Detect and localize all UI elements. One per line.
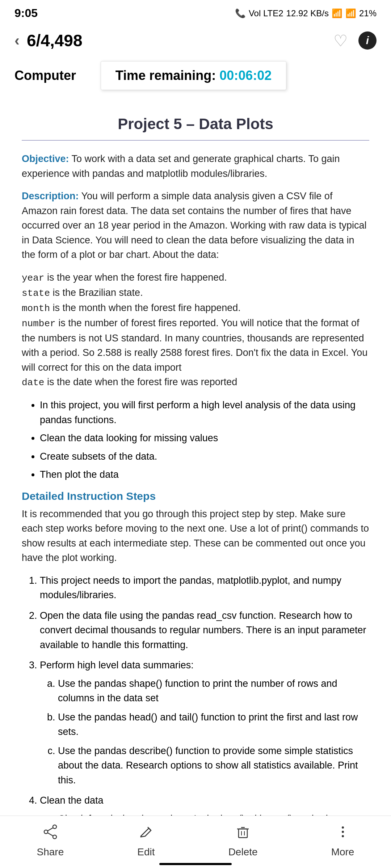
call-icon: 📞: [235, 8, 246, 18]
battery-text: 21%: [359, 8, 377, 18]
field-number: number is the number of forest fires rep…: [22, 316, 369, 375]
step-3c: Use the pandas describe() function to pr…: [58, 744, 369, 788]
field-year: year is the year when the forest fire ha…: [22, 270, 369, 285]
status-bar: 9:05 📞 Vol LTE2 12.92 KB/s 📶 📶 21%: [0, 0, 391, 24]
svg-line-4: [48, 833, 53, 836]
timer-label: Time remaining:: [115, 68, 216, 83]
speed-text: 12.92 KB/s: [286, 8, 329, 18]
delete-label: Delete: [228, 846, 258, 858]
objective-section: Objective: To work with a data set and g…: [22, 152, 369, 181]
status-icons: 📞 Vol LTE2 12.92 KB/s 📶 📶 21%: [235, 8, 377, 18]
field-number-name: number: [22, 318, 56, 329]
svg-point-10: [342, 826, 344, 829]
nav-left: ‹ 6/4,498: [14, 31, 82, 50]
svg-line-3: [48, 828, 53, 831]
svg-rect-6: [239, 829, 247, 838]
signal-text: Vol LTE2: [249, 8, 283, 18]
step-3-subs: Use the pandas shape() function to print…: [58, 676, 369, 788]
page-counter: 6/4,498: [27, 31, 82, 50]
svg-point-1: [44, 830, 48, 834]
wifi-icon: 📶: [332, 8, 342, 18]
share-icon: [42, 824, 58, 843]
info-button[interactable]: i: [358, 31, 377, 50]
description-label: Description:: [22, 191, 79, 201]
share-label: Share: [37, 846, 64, 858]
signal-bars-1: 📶: [345, 8, 356, 18]
step-3a: Use the pandas shape() function to print…: [58, 676, 369, 706]
home-indicator: [159, 863, 232, 865]
field-state: state is the Brazilian state.: [22, 285, 369, 301]
step-2: Open the data file using the pandas read…: [40, 608, 369, 652]
top-nav: ‹ 6/4,498 ♡ i: [0, 24, 391, 58]
svg-point-11: [342, 831, 344, 833]
main-content: Project 5 – Data Plots Objective: To wor…: [0, 97, 391, 868]
nav-right: ♡ i: [333, 31, 377, 50]
more-icon: [335, 824, 351, 843]
svg-point-2: [53, 835, 56, 839]
field-state-name: state: [22, 288, 50, 299]
step-3: Perform high level data summaries: Use t…: [40, 658, 369, 787]
detailed-intro: It is recommended that you go through th…: [22, 507, 369, 565]
status-time: 9:05: [14, 7, 38, 20]
detailed-heading: Detailed Instruction Steps: [22, 490, 369, 502]
edit-button[interactable]: Edit: [137, 824, 155, 858]
field-date-name: date: [22, 377, 44, 388]
delete-button[interactable]: Delete: [228, 824, 258, 858]
field-month: month is the month when the forest fire …: [22, 301, 369, 316]
more-button[interactable]: More: [331, 824, 354, 858]
data-fields-section: year is the year when the forest fire ha…: [22, 270, 369, 390]
intro-bullets: In this project, you will first perform …: [40, 398, 369, 482]
more-label: More: [331, 846, 354, 858]
step-3b: Use the pandas head() and tail() functio…: [58, 710, 369, 739]
svg-point-0: [53, 825, 56, 829]
bullet-item: In this project, you will first perform …: [40, 398, 369, 427]
delete-icon: [235, 824, 251, 843]
objective-label: Objective:: [22, 153, 69, 164]
timer-value: 00:06:02: [219, 68, 272, 83]
edit-icon: [138, 824, 154, 843]
bottom-nav: Share Edit Delete: [0, 816, 391, 868]
page-prefix: Computer: [14, 68, 76, 83]
field-date: date is the date when the forest fire wa…: [22, 375, 369, 390]
timer-container: Computer Time remaining: 00:06:02: [0, 58, 391, 97]
svg-point-12: [342, 835, 344, 837]
share-button[interactable]: Share: [37, 824, 64, 858]
field-year-name: year: [22, 273, 44, 284]
favorite-button[interactable]: ♡: [333, 31, 348, 50]
edit-label: Edit: [137, 846, 155, 858]
step-1: This project needs to import the pandas,…: [40, 573, 369, 603]
bullet-item: Then plot the data: [40, 467, 369, 482]
objective-text: To work with a data set and generate gra…: [22, 153, 340, 179]
back-button[interactable]: ‹: [14, 32, 20, 49]
doc-title: Project 5 – Data Plots: [22, 105, 369, 141]
description-section: Description: You will perform a simple d…: [22, 189, 369, 262]
field-month-name: month: [22, 303, 50, 314]
bullet-item: Clean the data looking for missing value…: [40, 431, 369, 446]
timer-banner: Time remaining: 00:06:02: [101, 61, 287, 90]
bullet-item: Create subsets of the data.: [40, 449, 369, 464]
